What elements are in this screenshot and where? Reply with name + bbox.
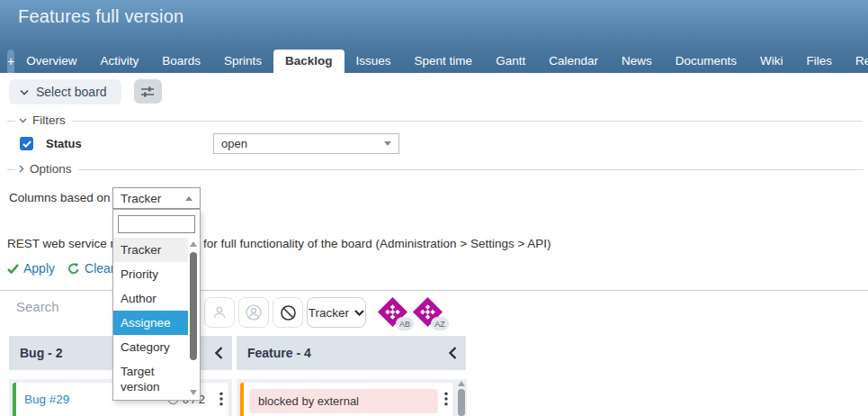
check-icon xyxy=(7,264,19,274)
columns-based-on-value: Tracker xyxy=(121,192,161,205)
tab-reports[interactable]: Reports xyxy=(844,50,868,73)
reload-icon xyxy=(67,263,80,275)
tab-overview[interactable]: Overview xyxy=(14,50,88,73)
tab-news[interactable]: News xyxy=(610,50,664,73)
card-menu-icon[interactable] xyxy=(219,392,223,406)
filter-by-author-button[interactable] xyxy=(204,297,235,328)
rest-api-notice: REST web service must be enabled for ful… xyxy=(7,237,551,250)
status-checkbox[interactable] xyxy=(20,137,33,150)
clear-assignee-filter-button[interactable] xyxy=(273,297,303,328)
columns-based-on-dropdown: Tracker Priority Author Assignee Categor… xyxy=(112,209,201,401)
sliders-icon xyxy=(140,86,155,98)
chevron-down-icon xyxy=(20,89,29,95)
option-assignee[interactable]: Assignee xyxy=(113,311,188,335)
select-board-button[interactable]: Select board xyxy=(9,79,121,104)
avatar-initials-badge: AZ xyxy=(431,317,449,330)
filters-legend[interactable]: Filters xyxy=(15,113,72,127)
apply-link[interactable]: Apply xyxy=(7,261,55,276)
person-circle-icon xyxy=(245,303,263,321)
tab-activity[interactable]: Activity xyxy=(88,50,150,73)
status-filter-row: Status open xyxy=(20,137,82,150)
select-board-label: Select board xyxy=(36,85,107,99)
dropdown-arrow-up-icon xyxy=(185,196,192,201)
dropdown-option-list: Tracker Priority Author Assignee Categor… xyxy=(113,238,188,400)
tab-wiki[interactable]: Wiki xyxy=(748,50,795,73)
chevron-down-icon xyxy=(354,310,364,316)
option-tracker[interactable]: Tracker xyxy=(113,238,188,262)
dropdown-search-input[interactable] xyxy=(118,215,195,233)
collapse-column-icon[interactable] xyxy=(449,347,457,359)
board-select-row: Select board xyxy=(9,79,162,104)
tab-spent-time[interactable]: Spent time xyxy=(403,50,485,73)
scrollbar-thumb[interactable] xyxy=(190,252,197,360)
column-title: Bug - 2 xyxy=(20,346,62,360)
tab-boards[interactable]: Boards xyxy=(150,50,212,73)
option-priority[interactable]: Priority xyxy=(113,262,188,286)
scroll-down-icon[interactable] xyxy=(190,390,197,395)
filters-fieldset: Filters xyxy=(7,121,863,122)
actions-row: Apply Clear xyxy=(7,261,115,276)
issue-card-feature[interactable]: blocked by external xyxy=(240,383,453,416)
options-legend[interactable]: Options xyxy=(15,162,78,176)
avatar-user-az[interactable]: AZ xyxy=(410,294,445,330)
scroll-up-icon[interactable] xyxy=(190,241,197,247)
scroll-up-icon[interactable] xyxy=(458,381,465,386)
columns-based-on-row: Columns based on Tracker xyxy=(9,191,111,204)
status-value: open xyxy=(221,137,247,150)
column-scrollbar[interactable] xyxy=(457,379,467,416)
issue-link[interactable]: Bug #29 xyxy=(24,393,69,406)
tab-sprints[interactable]: Sprints xyxy=(212,50,273,73)
status-value-select[interactable]: open xyxy=(213,133,399,154)
avatar-user-ab[interactable]: AB xyxy=(375,294,410,330)
card-menu-icon[interactable] xyxy=(444,392,448,406)
options-fieldset: Options xyxy=(7,169,863,170)
column-header-feature: Feature - 4 xyxy=(237,336,466,370)
tab-issues[interactable]: Issues xyxy=(345,50,403,73)
check-icon xyxy=(22,140,31,148)
tracker-button-label: Tracker xyxy=(309,306,349,320)
apply-label: Apply xyxy=(23,261,55,276)
tab-gantt[interactable]: Gantt xyxy=(484,50,537,73)
clear-label: Clear xyxy=(85,261,114,276)
ban-icon xyxy=(280,304,297,321)
filter-by-assignee-button[interactable] xyxy=(238,297,269,328)
person-icon xyxy=(211,304,228,321)
status-filter-label: Status xyxy=(46,137,82,150)
chevron-down-icon xyxy=(19,118,27,123)
columns-based-on-label: Columns based on xyxy=(9,191,111,204)
blocked-tag: blocked by external xyxy=(249,389,438,413)
add-tab-button[interactable]: + xyxy=(7,50,14,73)
tab-bar: + Overview Activity Boards Sprints Backl… xyxy=(0,50,868,73)
collapse-column-icon[interactable] xyxy=(215,347,223,359)
dropdown-arrow-icon xyxy=(384,141,391,146)
tab-backlog[interactable]: Backlog xyxy=(273,50,345,73)
filters-legend-label: Filters xyxy=(32,113,66,127)
chevron-right-icon xyxy=(19,165,24,173)
page-title: Features full version xyxy=(18,6,183,27)
option-target-version[interactable]: Target version xyxy=(113,359,188,399)
tab-documents[interactable]: Documents xyxy=(664,50,748,73)
tab-calendar[interactable]: Calendar xyxy=(537,50,610,73)
option-author[interactable]: Author xyxy=(113,286,188,311)
option-category[interactable]: Category xyxy=(113,335,188,359)
clear-link[interactable]: Clear xyxy=(67,261,114,276)
app-header: Features full version + Overview Activit… xyxy=(0,0,868,73)
column-title: Feature - 4 xyxy=(247,346,311,360)
columns-based-on-select[interactable]: Tracker xyxy=(112,187,201,209)
board-settings-button[interactable] xyxy=(134,79,162,104)
dropdown-scrollbar[interactable] xyxy=(188,238,199,399)
tracker-filter-button[interactable]: Tracker xyxy=(307,297,366,328)
tab-files[interactable]: Files xyxy=(795,50,845,73)
options-legend-label: Options xyxy=(30,162,72,176)
scrollbar-thumb[interactable] xyxy=(458,389,465,416)
